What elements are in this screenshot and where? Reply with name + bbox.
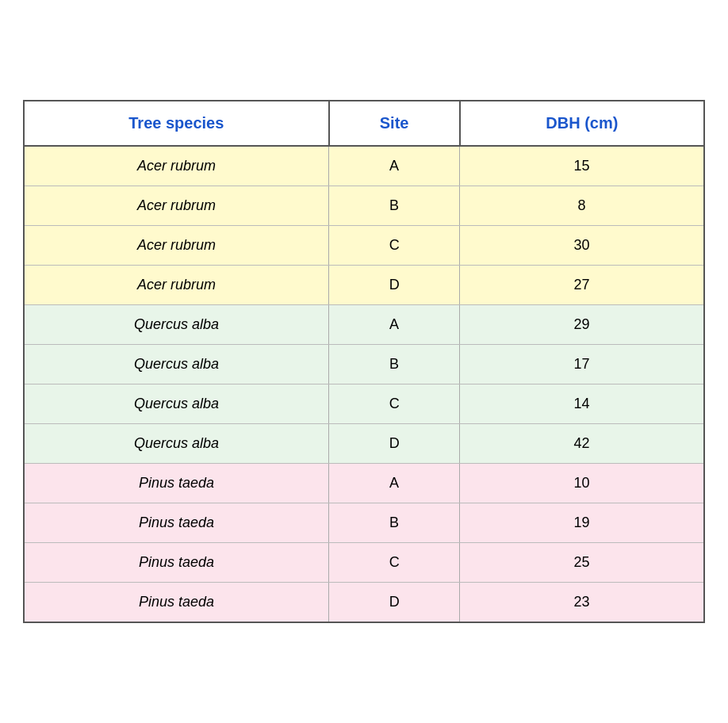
cell-species: Pinus taeda [24, 503, 329, 543]
cell-species: Pinus taeda [24, 583, 329, 623]
cell-site: A [329, 146, 460, 186]
table-row: Pinus taedaB19 [24, 503, 704, 543]
header-dbh: DBH (cm) [460, 101, 704, 146]
cell-site: B [329, 345, 460, 384]
cell-dbh: 8 [460, 186, 704, 226]
cell-species: Acer rubrum [24, 266, 329, 305]
table-row: Pinus taedaA10 [24, 464, 704, 503]
data-table: Tree species Site DBH (cm) Acer rubrumA1… [23, 100, 705, 623]
cell-dbh: 23 [460, 583, 704, 623]
cell-species: Acer rubrum [24, 146, 329, 186]
table-row: Acer rubrumA15 [24, 146, 704, 186]
table-row: Quercus albaC14 [24, 384, 704, 424]
cell-site: A [329, 305, 460, 345]
cell-dbh: 42 [460, 424, 704, 464]
cell-species: Pinus taeda [24, 464, 329, 503]
cell-species: Acer rubrum [24, 226, 329, 266]
cell-species: Quercus alba [24, 345, 329, 384]
cell-dbh: 29 [460, 305, 704, 345]
cell-site: C [329, 226, 460, 266]
cell-site: B [329, 186, 460, 226]
table-row: Pinus taedaD23 [24, 583, 704, 623]
cell-dbh: 19 [460, 503, 704, 543]
cell-species: Quercus alba [24, 384, 329, 424]
cell-dbh: 25 [460, 543, 704, 583]
cell-dbh: 17 [460, 345, 704, 384]
header-site: Site [329, 101, 460, 146]
cell-site: D [329, 266, 460, 305]
table-row: Acer rubrumB8 [24, 186, 704, 226]
table-row: Pinus taedaC25 [24, 543, 704, 583]
cell-dbh: 30 [460, 226, 704, 266]
cell-species: Quercus alba [24, 305, 329, 345]
header-tree-species: Tree species [24, 101, 329, 146]
cell-dbh: 10 [460, 464, 704, 503]
table-row: Quercus albaA29 [24, 305, 704, 345]
table-row: Acer rubrumC30 [24, 226, 704, 266]
cell-site: C [329, 543, 460, 583]
table-row: Quercus albaD42 [24, 424, 704, 464]
cell-dbh: 27 [460, 266, 704, 305]
cell-species: Quercus alba [24, 424, 329, 464]
cell-site: B [329, 503, 460, 543]
header-row: Tree species Site DBH (cm) [24, 101, 704, 146]
table-container: Tree species Site DBH (cm) Acer rubrumA1… [23, 100, 705, 623]
cell-site: C [329, 384, 460, 424]
table-row: Acer rubrumD27 [24, 266, 704, 305]
cell-site: D [329, 583, 460, 623]
cell-species: Pinus taeda [24, 543, 329, 583]
cell-site: A [329, 464, 460, 503]
table-row: Quercus albaB17 [24, 345, 704, 384]
cell-species: Acer rubrum [24, 186, 329, 226]
cell-dbh: 14 [460, 384, 704, 424]
cell-site: D [329, 424, 460, 464]
cell-dbh: 15 [460, 146, 704, 186]
